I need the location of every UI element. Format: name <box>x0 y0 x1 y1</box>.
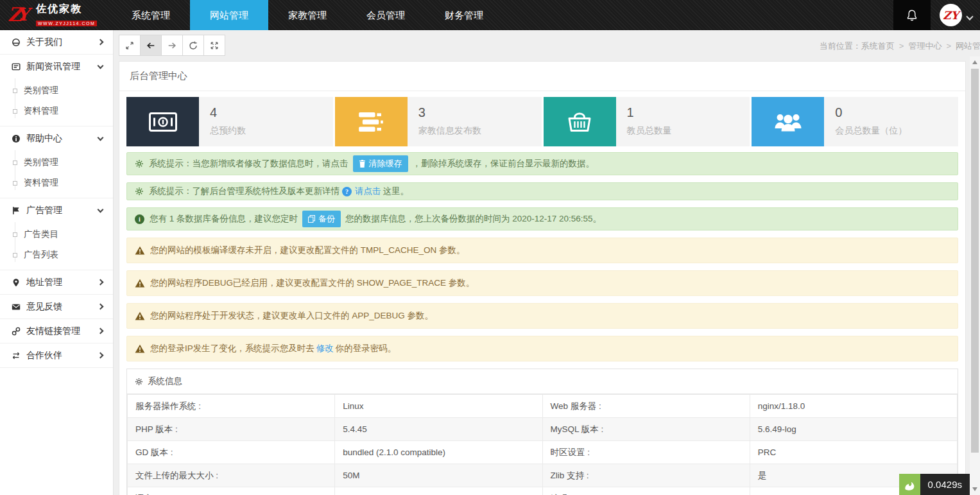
top-navbar: ZY 佐优家教 WWW.ZYJJ114.COM 系统管理 网站管理 家教管理 会… <box>0 0 980 30</box>
sidebar-item-about[interactable]: 关于我们 <box>0 30 113 54</box>
alert-text: 您的网站程序处于开发状态，建议更改单入口文件的 APP_DEBUG 参数。 <box>150 310 433 322</box>
nav-tab-website[interactable]: 网站管理 <box>190 0 268 30</box>
system-info-panel: 系统信息 服务器操作系统 :Linux Web 服务器 :nginx/1.18.… <box>126 369 958 495</box>
avatar[interactable]: ZY <box>940 4 962 26</box>
warning-icon <box>135 344 145 353</box>
chevron-right-icon <box>98 39 104 46</box>
main-nav: 系统管理 网站管理 家教管理 会员管理 财务管理 <box>112 0 503 30</box>
main-content: 当前位置：系统首页>管理中心>网站管理 后台管理中心 4 总预约数 <box>114 30 980 495</box>
fullscreen-button[interactable] <box>203 35 225 56</box>
sidebar-item-news[interactable]: 新闻资讯管理 <box>0 55 113 78</box>
stat-card-teachers: 1 教员总数量 <box>544 97 750 146</box>
change-password-link[interactable]: 修改 <box>316 343 334 354</box>
alert-text: 系统提示：当您新增或者修改了数据信息时，请点击 <box>149 158 348 169</box>
chevron-right-icon <box>98 304 104 310</box>
system-info-title: 系统信息 <box>148 376 182 387</box>
breadcrumb-prefix: 当前位置： <box>820 41 861 51</box>
sidebar-subitem-news-material[interactable]: 资料管理 <box>0 101 113 121</box>
info-circle-icon: i <box>135 214 144 224</box>
scroll-up-arrow[interactable] <box>972 60 977 64</box>
bell-icon <box>906 9 918 22</box>
sidebar-item-feedback[interactable]: 意见反馈 <box>0 295 113 318</box>
alert-text: 系统提示：了解后台管理系统特性及版本更新详情 <box>149 186 340 197</box>
chevron-right-icon <box>98 328 104 334</box>
stat-value: 1 <box>627 105 672 120</box>
sidebar-item-help[interactable]: 帮助中心 <box>0 126 113 150</box>
chevron-down-icon <box>98 62 104 69</box>
stat-card-appointments: 4 总预约数 <box>126 97 333 146</box>
warning-icon <box>135 311 145 320</box>
alert-text: 您的登录IP发生了变化，系统提示您及时去 <box>150 343 314 354</box>
nav-tab-finance[interactable]: 财务管理 <box>425 0 503 30</box>
alert-backup: i 您有 1 条数据库备份信息，建议您定时 备份 您的数据库信息，您上次备份数据… <box>126 207 958 230</box>
dashboard-panel: 后台管理中心 4 总预约数 3 <box>119 61 966 495</box>
stat-cards: 4 总预约数 3 家教信息发布数 <box>119 91 965 152</box>
alert-text: 您有 1 条数据库备份信息，建议您定时 <box>150 213 298 225</box>
sidebar-item-label: 合作伙伴 <box>26 350 62 361</box>
sidebar-item-links[interactable]: 友情链接管理 <box>0 319 113 343</box>
nav-tab-tutoring[interactable]: 家教管理 <box>268 0 347 30</box>
about-icon <box>12 38 21 47</box>
stat-label: 家教信息发布数 <box>418 125 481 137</box>
clear-cache-button[interactable]: 清除缓存 <box>353 155 408 172</box>
sidebar-item-partners[interactable]: 合作伙伴 <box>0 343 113 367</box>
tab-toolbar: 当前位置：系统首页>管理中心>网站管理 <box>114 30 980 61</box>
notifications-button[interactable] <box>893 0 931 30</box>
help-icon <box>12 134 21 143</box>
money-icon <box>149 112 177 132</box>
thinkphp-flame-icon <box>899 474 920 495</box>
chevron-down-icon[interactable] <box>966 13 973 20</box>
gear-icon <box>135 187 144 196</box>
alert-text: 您的数据库信息，您上次备份数据的时间为 2020-12-17 20:56:55。 <box>345 213 601 225</box>
chevron-down-icon <box>98 206 104 213</box>
scrollbar-thumb[interactable] <box>971 69 979 453</box>
refresh-button[interactable] <box>182 35 204 56</box>
sidebar-subitem-ad-list[interactable]: 广告列表 <box>0 245 113 265</box>
breadcrumb-admin-center[interactable]: 管理中心 <box>908 41 941 51</box>
avatar-logo-icon: ZY <box>943 9 959 22</box>
chevron-right-icon <box>98 352 104 359</box>
breadcrumb-current[interactable]: 网站管理 <box>956 41 980 51</box>
nav-forward-button[interactable] <box>161 35 183 56</box>
debug-badge[interactable]: 0.0429s <box>899 474 970 495</box>
brand-subtitle: WWW.ZYJJ114.COM <box>36 21 97 26</box>
chevron-right-icon <box>98 279 104 286</box>
link-icon <box>12 327 21 336</box>
sidebar-item-ads[interactable]: 广告管理 <box>0 198 113 222</box>
exchange-icon <box>12 351 21 360</box>
table-row: GD 版本 :bundled (2.1.0 compatible) 时区设置 :… <box>128 441 958 464</box>
sidebar-subitem-help-material[interactable]: 资料管理 <box>0 173 113 193</box>
table-row: 服务器操作系统 :Linux Web 服务器 :nginx/1.18.0 <box>128 395 958 418</box>
brand-logo-icon: ZY <box>8 3 33 28</box>
docs-link[interactable]: 请点击 <box>355 186 381 197</box>
nav-back-button[interactable] <box>140 35 162 56</box>
brand-logo[interactable]: ZY 佐优家教 WWW.ZYJJ114.COM <box>0 0 108 30</box>
nav-tab-member[interactable]: 会员管理 <box>347 0 425 30</box>
alert-text: 你的登录密码。 <box>336 343 397 354</box>
sidebar-item-address[interactable]: 地址管理 <box>0 270 113 294</box>
sidebar-subitem-ad-category[interactable]: 广告类目 <box>0 224 113 245</box>
server-icon <box>359 112 383 132</box>
nav-tab-system[interactable]: 系统管理 <box>112 0 190 30</box>
backup-button[interactable]: 备份 <box>302 211 341 227</box>
copy-icon <box>308 215 315 223</box>
map-pin-icon <box>12 278 21 287</box>
sidebar-subitem-help-category[interactable]: 类别管理 <box>0 152 113 173</box>
warning-icon <box>135 246 145 255</box>
basket-icon <box>567 110 592 134</box>
gear-icon <box>135 378 143 386</box>
scroll-down-arrow[interactable] <box>972 487 977 491</box>
sidebar: 关于我们 新闻资讯管理 类别管理 资料管理 帮助中心 类别管理 <box>0 30 114 495</box>
sidebar-subitem-news-category[interactable]: 类别管理 <box>0 80 113 101</box>
resize-diagonal-button[interactable] <box>119 35 141 56</box>
news-icon <box>12 62 21 71</box>
breadcrumb-home[interactable]: 系统首页 <box>861 41 895 51</box>
system-info-table: 服务器操作系统 :Linux Web 服务器 :nginx/1.18.0 PHP… <box>127 394 958 495</box>
brand-title: 佐优家教 <box>36 3 97 16</box>
sidebar-item-label: 广告管理 <box>26 205 62 216</box>
table-row: PHP 版本 :5.4.45 MySQL 版本 :5.6.49-log <box>128 418 958 441</box>
sidebar-item-label: 地址管理 <box>26 277 62 288</box>
alert-version-docs: 系统提示：了解后台管理系统特性及版本更新详情 ? 请点击 这里。 <box>126 182 958 200</box>
table-row: 语言 :ZH-CN 编码 :UTF-8 <box>128 487 958 495</box>
alert-login-ip: 您的登录IP发生了变化，系统提示您及时去 修改 你的登录密码。 <box>126 336 958 361</box>
